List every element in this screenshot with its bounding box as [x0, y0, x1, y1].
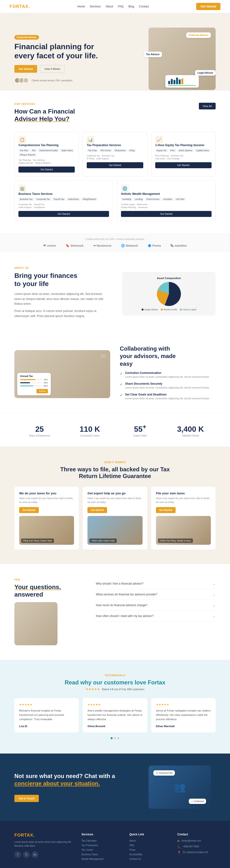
hero-how-button[interactable]: How it Works [40, 65, 65, 73]
partner-logo-satelites: 🛰 satelites [170, 244, 187, 247]
service-card: 📋 Comprehensive Tax Planning Tax PlanIRS… [14, 132, 79, 177]
faq-item[interactable]: How much do financial advisors charge? ⌄ [96, 600, 216, 611]
testimonials-header: Testimonials Read why our customers love… [14, 674, 216, 691]
people-icon: 👥 [174, 782, 186, 793]
service-rows: Individual TaxBusiness TaxE-FilingAudit … [87, 155, 143, 160]
cta-button[interactable]: Get in Touch [14, 795, 39, 802]
nav-cta-button[interactable]: Get Started [196, 3, 221, 10]
nav-link-faq[interactable]: FAQ [118, 5, 124, 8]
testimonial-dot-1[interactable] [114, 737, 116, 739]
service-tags: InvestingLendingFixed IncomeAnnuitiesLif… [121, 197, 212, 201]
footer: FORTAX. Lorem ipsum dolor sit amet conse… [0, 821, 230, 868]
footer-quick-link[interactable]: About [129, 839, 168, 842]
footer-quick-link[interactable]: Contact Us [129, 858, 168, 860]
service-tag: Payroll Tax [52, 197, 66, 201]
service-title: Business Taxes Services [18, 192, 109, 195]
avatar-3 [23, 78, 29, 83]
hero-buttons: Get Started How it Works [14, 65, 115, 73]
stat-label: Years of Experience [14, 434, 65, 437]
footer-services-list: Tax CalculatorTax PreparationTax CenterB… [81, 839, 120, 860]
submit-button[interactable]: Submit [36, 389, 48, 393]
cta-headline: Not sure what you need? Chat with a conc… [14, 772, 134, 787]
testimonials-grid: ★★★★★ Michael's financial insights at Fo… [14, 698, 216, 733]
hero-start-button[interactable]: Get Started [14, 65, 37, 73]
faq-item[interactable]: How often should I meet with my tax advi… [96, 611, 216, 622]
nav-link-contact[interactable]: Contact [139, 5, 149, 8]
way-btn[interactable]: Get Started [87, 507, 107, 513]
three-ways-grid: We do your taxes for you Have a tax expe… [14, 487, 216, 550]
testimonial-card: ★★★★★ Ana's wealth management strategies… [83, 698, 147, 733]
faq-item[interactable]: Why should I hire a financial advisor? ⌄ [96, 578, 216, 589]
stats-section: 25 Years of Experience 110 K Successful … [0, 413, 230, 447]
stat-label: Successful Cases [65, 434, 115, 437]
tax-bar-1: 70% [20, 378, 48, 381]
footer-quick-link[interactable]: FAQ [129, 844, 168, 847]
testimonial-dot-0[interactable] [111, 737, 113, 739]
feature-title: Centralize Communication [125, 371, 209, 375]
faq-item[interactable]: What services do financial tax advisors … [96, 589, 216, 600]
tag-tax-advisor: Tax Advisor [144, 52, 162, 57]
footer-quick-link[interactable]: Press [129, 848, 168, 851]
service-tag: Lending [133, 197, 144, 201]
footer-service-link[interactable]: Tax Calculator [81, 839, 120, 842]
footer-service-link[interactable]: Tax Center [81, 848, 120, 851]
service-btn[interactable]: Get Started [18, 166, 75, 173]
footer-quicklinks-title: Quick Link [129, 833, 168, 836]
annual-tax-title: Annual Tax [20, 375, 48, 377]
three-ways-header: How it Works Three ways to file, all bac… [14, 461, 216, 479]
footer-quick-link[interactable]: Accessibility [129, 853, 168, 856]
hero-social-proof: Clients served across 100+ specialties [14, 78, 115, 83]
way-title: File your own taxes [156, 492, 211, 495]
services-title-block: Our Services How Can a Financial Advisor… [14, 103, 75, 125]
testimonial-dot-2[interactable] [117, 737, 119, 739]
services-title: How Can a Financial Advisor Help You? [14, 108, 75, 123]
service-tag: Life Plan [175, 197, 186, 201]
nav-link-services[interactable]: Services [90, 5, 101, 8]
nav-link-blog[interactable]: Blog [128, 5, 134, 8]
twitter-icon[interactable]: 𝕏 [23, 851, 30, 858]
feature-title: Set Clear Goals and Deadlines [125, 393, 209, 396]
asset-chart: Asset Composition Equity SharesBonds & D… [122, 272, 216, 316]
testimonials-section: Testimonials Read why our customers love… [0, 660, 230, 753]
testi-author: Ethan Marshall [156, 725, 211, 727]
annual-tax-card: Annual Tax 70% 45% 60% Submit [17, 373, 51, 395]
service-btn[interactable]: Get Started [155, 162, 212, 168]
testi-text: Michael's financial insights at Fortax t… [19, 709, 74, 721]
partner-logo-network: 🌐 Network [121, 244, 138, 247]
faq-image [14, 602, 58, 645]
partners-label: Collaborated with over 800+ trusted worl… [14, 238, 216, 241]
way-card-2: File your own taxes Have a tax expert do… [151, 487, 216, 550]
collab-content: Collaborating with your advisors, made e… [120, 345, 216, 404]
view-all-button[interactable]: View All [199, 103, 216, 110]
tag-legal-advisor: Legal Advisor [195, 70, 216, 75]
service-btn[interactable]: Get Started [121, 211, 212, 217]
service-icon: 📈 [155, 136, 163, 144]
service-btn[interactable]: Get Started [87, 162, 143, 168]
footer-service-link[interactable]: Business Taxes [81, 853, 120, 856]
service-title: 1-Hour Equity Tax Planning Session [155, 144, 212, 147]
cta-section: Not sure what you need? Chat with a conc… [0, 753, 230, 821]
facebook-icon[interactable]: f [14, 851, 21, 858]
hero-content: Financial Advisor Financial planning for… [14, 35, 115, 84]
nav-link-home[interactable]: Home [77, 5, 85, 8]
service-tag: Tax Prep [87, 149, 98, 152]
navbar: FORTAX. HomeServicesAboutFAQBlogContact … [0, 0, 230, 13]
footer-service-link[interactable]: Tax Preparation [81, 844, 120, 847]
services-grid-top: 📋 Comprehensive Tax Planning Tax PlanIRS… [14, 132, 216, 177]
faq-content: FAQ Your questions, answered [14, 578, 81, 645]
decorative-dots [101, 355, 106, 358]
nav-link-about[interactable]: About [106, 5, 113, 8]
service-btn[interactable]: Get Started [18, 211, 109, 217]
way-btn[interactable]: Get Started [156, 507, 176, 513]
feature-title: Share Documents Securely [125, 382, 209, 385]
way-btn[interactable]: Get Started [19, 507, 39, 513]
contact-icon: 📍 [177, 851, 181, 854]
instagram-icon[interactable]: in [32, 851, 38, 858]
testi-text: Jenna at Fortax navigated complex tax ma… [156, 709, 211, 721]
footer-quicklinks-col: Quick Link AboutFAQPressAccessibilityCon… [129, 833, 168, 862]
check-icon: ✓ [120, 372, 123, 376]
way-desc: Have a tax expert do your taxes from sta… [87, 497, 142, 504]
stat-number: 25 [14, 423, 65, 434]
way-caption: Online Tax Filing, Simple & Easy [158, 538, 193, 543]
footer-service-link[interactable]: Wealth Management [81, 858, 120, 860]
